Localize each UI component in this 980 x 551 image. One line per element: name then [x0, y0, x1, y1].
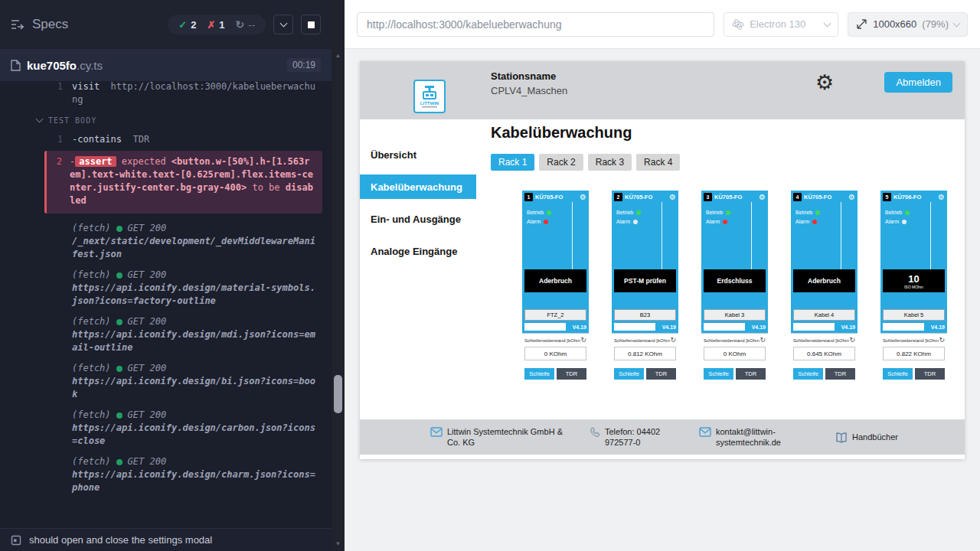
- card-number: 4: [793, 193, 802, 201]
- aut-toolbar: http://localhost:3000/kabelueberwachung …: [345, 0, 980, 49]
- browser-select[interactable]: Electron 130: [724, 12, 838, 37]
- firmware-version: V4.19: [662, 324, 676, 330]
- firmware-version: V4.19: [841, 324, 855, 330]
- device-card: 5KÜ706-FO⚙ Betrieb Alarm 10ISO MOhm Kabe…: [880, 191, 947, 419]
- settings-gear-icon[interactable]: ⚙: [815, 70, 834, 95]
- cable-name: Kabel 5: [883, 309, 945, 321]
- scroll-down-arrow[interactable]: ▼: [332, 539, 345, 549]
- fetch-log-entry[interactable]: (fetch)GET 200 https://api.iconify.desig…: [0, 405, 332, 452]
- test-body-section[interactable]: TEST BODY: [0, 108, 332, 132]
- spec-duration: 00:19: [287, 58, 321, 72]
- tab-rack-3[interactable]: Rack 3: [588, 154, 632, 171]
- tab-rack-2[interactable]: Rack 2: [539, 154, 583, 171]
- url-bar[interactable]: http://localhost:3000/kabelueberwachung: [357, 12, 714, 37]
- refresh-icon[interactable]: ↻: [939, 337, 945, 344]
- refresh-icon[interactable]: ↻: [849, 337, 855, 344]
- resistance-value: 0.645 KOhm: [793, 347, 855, 360]
- app-header: LITTWIN Stationsname CPLV4_Maschen ⚙ Abm…: [360, 61, 965, 119]
- stat-passed: ✓2: [178, 19, 196, 31]
- schleife-button[interactable]: Schleife: [793, 368, 823, 380]
- card-gear-icon[interactable]: ⚙: [580, 194, 586, 201]
- fetch-log-entry[interactable]: (fetch)GET 200 https://api.iconify.desig…: [0, 452, 332, 498]
- refresh-icon: ↻: [236, 18, 245, 31]
- schleife-button[interactable]: Schleife: [704, 368, 733, 380]
- collapse-button[interactable]: [273, 15, 293, 34]
- schleife-button[interactable]: Schleife: [614, 368, 644, 380]
- card-gear-icon[interactable]: ⚙: [938, 194, 945, 201]
- tdr-button[interactable]: TDR: [646, 368, 676, 380]
- command-contains[interactable]: 1 -contains TDR: [0, 132, 332, 148]
- app-main: Kabelüberwachung Rack 1 Rack 2 Rack 3 Ra…: [476, 119, 965, 419]
- refresh-icon[interactable]: ↻: [670, 337, 676, 344]
- email-icon: [699, 427, 711, 437]
- viewport-select[interactable]: 1000x660 (79%): [848, 12, 968, 37]
- card-model: KÜ705-FO: [535, 194, 563, 201]
- status-display: Erdschluss: [704, 269, 766, 292]
- aut-viewport: LITTWIN Stationsname CPLV4_Maschen ⚙ Abm…: [345, 49, 980, 551]
- resistance-value: 0.812 KOhm: [614, 347, 676, 360]
- card-model: KÜ705-FO: [804, 194, 831, 201]
- alarm-led: [902, 220, 906, 224]
- next-test-title: should open and close the settings modal: [29, 534, 212, 546]
- stop-icon: [308, 21, 315, 28]
- specs-label[interactable]: Specs: [32, 17, 68, 32]
- tdr-button[interactable]: TDR: [825, 368, 855, 380]
- sidebar-item-uebersicht[interactable]: Übersicht: [360, 142, 476, 167]
- card-divider: [662, 202, 662, 269]
- status-display: 10ISO MOhm: [883, 269, 945, 292]
- tab-rack-4[interactable]: Rack 4: [636, 154, 680, 171]
- tdr-button[interactable]: TDR: [736, 368, 766, 380]
- betrieb-led: [636, 210, 641, 215]
- sidebar-item-ein-und-ausgaenge[interactable]: Ein- und Ausgänge: [360, 207, 476, 231]
- device-cards: 1KÜ705-FO⚙ Betrieb Alarm Aderbruch FTZ_2…: [522, 191, 965, 419]
- tdr-button[interactable]: TDR: [915, 368, 945, 380]
- tab-rack-1[interactable]: Rack 1: [491, 154, 534, 171]
- stop-run-button[interactable]: [301, 15, 321, 34]
- contains-command: -contains: [72, 134, 122, 145]
- status-ok-icon: [116, 459, 122, 465]
- station-label: Stationsname: [491, 70, 567, 82]
- failed-assert[interactable]: 2 -assert expected <button.w-[50%].h-[1.…: [44, 151, 322, 214]
- alarm-led: [812, 220, 817, 224]
- scrollbar-thumb[interactable]: [334, 375, 342, 413]
- sidebar-item-kabelueberwachung[interactable]: Kabelüberwachung: [360, 174, 476, 199]
- fetch-log-entry[interactable]: (fetch)GET 200 https://api.iconify.desig…: [0, 265, 332, 311]
- firmware-version: V4.19: [752, 324, 766, 330]
- device-card: 1KÜ705-FO⚙ Betrieb Alarm Aderbruch FTZ_2…: [522, 191, 589, 419]
- fetch-log-entry[interactable]: (fetch)GET 200 https://api.iconify.desig…: [0, 311, 332, 358]
- card-gear-icon[interactable]: ⚙: [759, 194, 766, 201]
- card-model: KÜ705-FO: [625, 194, 652, 201]
- schleife-button[interactable]: Schleife: [883, 368, 913, 380]
- betrieb-led: [726, 210, 730, 215]
- card-gear-icon[interactable]: ⚙: [669, 194, 676, 201]
- footer-email[interactable]: kontakt@littwin-systemtechnik.de: [699, 426, 822, 448]
- fetch-log-entry[interactable]: (fetch)GET 200 /_next/static/development…: [0, 218, 332, 265]
- littwin-logo: LITTWIN: [413, 80, 446, 113]
- footer-manuals[interactable]: Handbücher: [835, 432, 898, 443]
- refresh-icon[interactable]: ↻: [580, 337, 586, 344]
- refresh-icon[interactable]: ↻: [760, 337, 766, 344]
- logout-button[interactable]: Abmelden: [884, 72, 952, 93]
- sidebar-item-analoge-eingaenge[interactable]: Analoge Eingänge: [360, 239, 476, 263]
- spec-name: kue705fo: [27, 59, 77, 72]
- spec-file-icon: [11, 60, 21, 71]
- card-model: KÜ706-FO: [893, 194, 921, 201]
- firmware-version: V4.19: [931, 324, 945, 330]
- version-field: [793, 323, 835, 331]
- card-gear-icon[interactable]: ⚙: [848, 194, 855, 201]
- scroll-up-arrow[interactable]: ▲: [332, 51, 345, 61]
- card-model: KÜ705-FO: [714, 194, 742, 201]
- device-card: 4KÜ705-FO⚙ Betrieb Alarm Aderbruch Kabel…: [791, 191, 858, 419]
- command-visit[interactable]: 1 visit http://localhost:3000/kabelueber…: [0, 81, 332, 108]
- schleife-button[interactable]: Schleife: [524, 368, 554, 380]
- book-icon: [835, 432, 848, 443]
- version-field: [614, 323, 655, 331]
- fetch-log-entry[interactable]: (fetch)GET 200 https://api.iconify.desig…: [0, 358, 332, 405]
- app-body: Übersicht Kabelüberwachung Ein- und Ausg…: [360, 119, 965, 419]
- next-test-row[interactable]: should open and close the settings modal: [0, 528, 332, 551]
- spec-header[interactable]: kue705fo.cy.ts 00:19: [0, 49, 332, 81]
- tdr-button[interactable]: TDR: [557, 368, 586, 380]
- card-divider: [572, 202, 573, 269]
- panel-scrollbar[interactable]: ▲ ▼: [332, 0, 345, 551]
- card-number: 2: [614, 193, 622, 201]
